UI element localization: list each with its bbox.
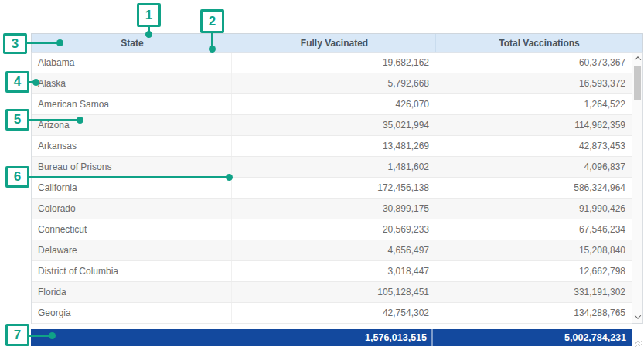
fully-vaccinated-cell: 5,792,668: [231, 73, 434, 93]
table-row[interactable]: Georgia 42,754,302 134,288,765: [32, 303, 632, 324]
callout-6-line: [17, 176, 230, 178]
fully-vaccinated-cell: 13,481,269: [231, 136, 434, 156]
table-row[interactable]: California 172,456,138 586,324,964: [32, 178, 632, 199]
scrollbar-thumb[interactable]: [634, 66, 641, 100]
total-vaccinations-cell: 91,990,426: [434, 199, 632, 219]
callout-6-badge: 6: [5, 166, 29, 188]
state-cell: California: [32, 182, 231, 193]
total-vaccinations-cell: 1,264,522: [434, 94, 632, 114]
column-header-total-vaccinations[interactable]: Total Vaccinations: [435, 34, 642, 52]
fully-vaccinated-cell: 4,656,497: [231, 240, 434, 260]
table-row[interactable]: Alaska 5,792,668 16,593,372: [32, 73, 632, 94]
callout-3-badge: 3: [3, 33, 27, 54]
table-row[interactable]: American Samoa 426,070 1,264,522: [32, 94, 632, 115]
vertical-scrollbar[interactable]: [632, 53, 642, 323]
state-cell: Arizona: [32, 120, 231, 131]
total-vaccinations-cell: 16,593,372: [434, 73, 632, 93]
table-row[interactable]: Delaware 4,656,497 15,208,840: [32, 240, 632, 261]
fully-vaccinated-cell: 1,481,602: [231, 157, 434, 177]
state-cell: Alaska: [32, 78, 231, 89]
table-row[interactable]: Alabama 19,682,162 60,373,367: [32, 53, 632, 73]
state-cell: Alabama: [32, 57, 231, 68]
total-vaccinations-cell: 134,288,765: [434, 303, 632, 323]
resize-grip-icon: [635, 341, 642, 347]
callout-5-dot: [77, 117, 83, 124]
state-cell: Arkansas: [32, 141, 231, 151]
fully-vaccinated-cell: 30,899,175: [231, 199, 434, 219]
total-vaccinations-cell: 586,324,964: [434, 178, 632, 198]
total-vaccinations-cell: 42,873,453: [434, 136, 632, 156]
totals-fully-vaccinated: 1,576,013,515: [232, 332, 431, 343]
totals-row: 1,576,013,515 5,002,784,231: [31, 329, 632, 346]
fully-vaccinated-cell: 105,128,451: [231, 282, 434, 302]
total-vaccinations-cell: 15,208,840: [434, 240, 632, 260]
scroll-up-button[interactable]: [632, 53, 642, 65]
callout-7-badge: 7: [5, 324, 29, 346]
table-row[interactable]: Arkansas 13,481,269 42,873,453: [32, 136, 632, 157]
total-vaccinations-cell: 60,373,367: [434, 53, 632, 73]
column-header-fully-vaccinated[interactable]: Fully Vacinated: [233, 34, 435, 52]
callout-1-badge: 1: [137, 3, 161, 27]
state-cell: Bureau of Prisons: [32, 161, 231, 172]
total-vaccinations-cell: 114,962,359: [434, 115, 632, 135]
state-cell: Colorado: [32, 203, 231, 214]
total-vaccinations-cell: 4,096,837: [434, 157, 632, 177]
callout-6-dot: [226, 174, 233, 181]
state-cell: Georgia: [32, 308, 231, 318]
state-cell: Connecticut: [32, 224, 231, 235]
state-cell: American Samoa: [32, 99, 231, 110]
callout-2-badge: 2: [200, 9, 224, 33]
fully-vaccinated-cell: 20,569,233: [231, 219, 434, 240]
chevron-down-icon: [634, 312, 640, 318]
callout-7-dot: [49, 332, 56, 339]
table-row[interactable]: Florida 105,128,451 331,191,302: [32, 282, 632, 303]
table-rows: Alabama 19,682,162 60,373,367 Alaska 5,7…: [32, 53, 632, 323]
total-vaccinations-cell: 331,191,302: [434, 282, 632, 302]
total-vaccinations-cell: 12,662,798: [434, 261, 632, 281]
fully-vaccinated-cell: 426,070: [231, 94, 434, 114]
table-row[interactable]: District of Columbia 3,018,447 12,662,79…: [32, 261, 632, 282]
table-row[interactable]: Arizona 35,021,994 114,962,359: [32, 115, 632, 136]
callout-4-badge: 4: [5, 71, 29, 93]
table-header-row: State Fully Vacinated Total Vaccinations: [31, 33, 643, 53]
fully-vaccinated-cell: 35,021,994: [231, 115, 434, 135]
table-row[interactable]: Connecticut 20,569,233 67,546,234: [32, 219, 632, 240]
vaccination-table-screen: State Fully Vacinated Total Vaccinations…: [0, 0, 644, 350]
total-vaccinations-cell: 67,546,234: [434, 219, 632, 240]
state-cell: Florida: [32, 287, 231, 297]
callout-2-dot: [209, 46, 216, 53]
callout-1-dot: [145, 31, 152, 38]
table-row[interactable]: Bureau of Prisons 1,481,602 4,096,837: [32, 157, 632, 178]
scroll-down-button[interactable]: [632, 311, 642, 323]
callout-4-dot: [32, 79, 39, 86]
chevron-up-icon: [634, 56, 640, 63]
callout-5-badge: 5: [5, 109, 29, 131]
fully-vaccinated-cell: 172,456,138: [231, 178, 434, 198]
fully-vaccinated-cell: 19,682,162: [231, 53, 434, 73]
state-cell: District of Columbia: [32, 266, 231, 277]
state-cell: Delaware: [32, 245, 231, 256]
callout-3-dot: [56, 39, 63, 46]
fully-vaccinated-cell: 3,018,447: [231, 261, 434, 281]
table-row[interactable]: Colorado 30,899,175 91,990,426: [32, 199, 632, 219]
totals-total-vaccinations: 5,002,784,231: [433, 332, 632, 343]
table-body: Alabama 19,682,162 60,373,367 Alaska 5,7…: [31, 53, 643, 324]
fully-vaccinated-cell: 42,754,302: [231, 303, 434, 323]
